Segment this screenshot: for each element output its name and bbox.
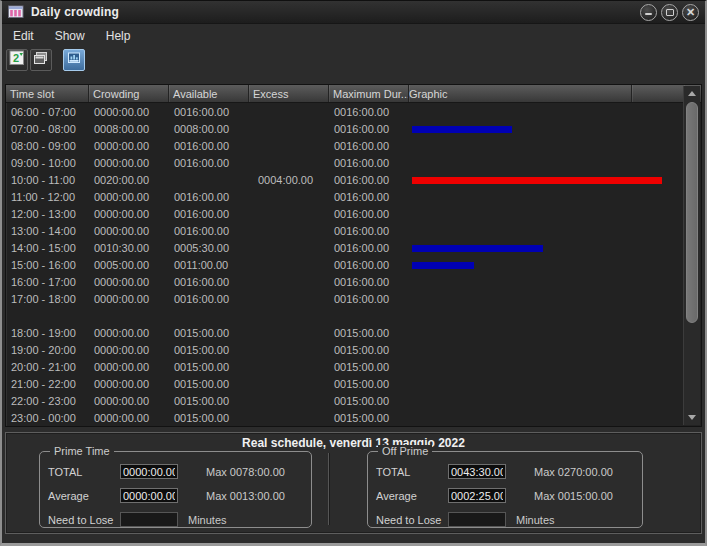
cell-available: 0015:00.00 — [170, 410, 250, 425]
table-row[interactable]: 16:00 - 17:00 0000:00.00 0016:00.00 0016… — [7, 274, 683, 291]
cell-maximum-duration: 0015:00.00 — [330, 325, 410, 342]
table-row[interactable]: 19:00 - 20:00 0000:00.00 0015:00.00 0015… — [7, 342, 683, 359]
column-header-maximum-duration[interactable]: Maximum Dur... — [329, 85, 409, 102]
close-button[interactable]: ✕ — [682, 4, 699, 21]
table-row[interactable]: 18:00 - 19:00 0000:00.00 0015:00.00 0015… — [7, 325, 683, 342]
window-title: Daily crowding — [31, 5, 119, 19]
cell-crowding: 0020:00.00 — [90, 172, 170, 189]
cell-crowding: 0000:00.00 — [90, 138, 170, 155]
cell-available: 0016:00.00 — [170, 104, 250, 121]
cell-available: 0016:00.00 — [170, 155, 250, 172]
cell-time-slot: 20:00 - 21:00 — [7, 359, 90, 376]
table-row[interactable]: 23:00 - 00:00 0000:00.00 0015:00.00 0015… — [7, 410, 683, 425]
column-header-available[interactable]: Available — [169, 85, 249, 102]
cell-excess — [250, 359, 330, 376]
table-row[interactable]: 20:00 - 21:00 0000:00.00 0015:00.00 0015… — [7, 359, 683, 376]
off-prime-label: Off Prime — [378, 445, 432, 458]
cell-available: 0016:00.00 — [170, 223, 250, 240]
table-row[interactable]: 14:00 - 15:00 0010:30.00 0005:30.00 0016… — [7, 240, 683, 257]
cell-maximum-duration: 0016:00.00 — [330, 121, 410, 138]
cell-crowding: 0000:00.00 — [90, 291, 170, 308]
off-need-to-lose-input[interactable] — [448, 512, 506, 527]
scrollbar-thumb[interactable] — [686, 102, 698, 323]
table-row[interactable]: 13:00 - 14:00 0000:00.00 0016:00.00 0016… — [7, 223, 683, 240]
cell-graphic — [410, 155, 683, 172]
cell-available: 0015:00.00 — [170, 342, 250, 359]
cell-time-slot: 21:00 - 22:00 — [7, 376, 90, 393]
table-row[interactable]: 11:00 - 12:00 0000:00.00 0016:00.00 0016… — [7, 189, 683, 206]
cell-time-slot: 10:00 - 11:00 — [7, 172, 90, 189]
arrow-up-icon — [688, 91, 696, 96]
cell-maximum-duration: 0016:00.00 — [330, 274, 410, 291]
menu-show[interactable]: Show — [49, 27, 91, 45]
maximize-button[interactable] — [661, 4, 678, 21]
toolbar-button-cascade-windows[interactable] — [30, 49, 52, 71]
cell-maximum-duration: 0016:00.00 — [330, 138, 410, 155]
off-minutes-label: Minutes — [516, 514, 555, 526]
column-header-crowding[interactable]: Crowding — [89, 85, 169, 102]
prime-need-to-lose-input[interactable] — [120, 512, 178, 527]
cell-maximum-duration: 0016:00.00 — [330, 206, 410, 223]
cell-excess — [250, 342, 330, 359]
cell-time-slot: 15:00 - 16:00 — [7, 257, 90, 274]
table-row[interactable]: 15:00 - 16:00 0005:00.00 0011:00.00 0016… — [7, 257, 683, 274]
cell-maximum-duration: 0015:00.00 — [330, 410, 410, 425]
cell-excess — [250, 104, 330, 121]
cell-graphic — [410, 342, 683, 359]
cell-crowding: 0000:00.00 — [90, 104, 170, 121]
column-header-excess[interactable]: Excess — [249, 85, 329, 102]
table-row[interactable]: 06:00 - 07:00 0000:00.00 0016:00.00 0016… — [7, 104, 683, 121]
table-header: Time slot Crowding Available Excess Maxi… — [6, 85, 701, 103]
menu-help[interactable]: Help — [100, 27, 137, 45]
table-row[interactable]: 10:00 - 11:00 0020:00.00 0004:00.00 0016… — [7, 172, 683, 189]
cell-graphic — [410, 274, 683, 291]
cell-time-slot: 19:00 - 20:00 — [7, 342, 90, 359]
cell-time-slot: 13:00 - 14:00 — [7, 223, 90, 240]
table-row[interactable]: 17:00 - 18:00 0000:00.00 0016:00.00 0016… — [7, 291, 683, 308]
cell-time-slot: 18:00 - 19:00 — [7, 325, 90, 342]
cell-graphic — [410, 410, 683, 425]
off-prime-group: Off Prime TOTAL Max 0270:00.00 Average M… — [367, 451, 643, 528]
scroll-up-button[interactable] — [684, 86, 700, 101]
table-row[interactable]: 22:00 - 23:00 0000:00.00 0015:00.00 0015… — [7, 393, 683, 410]
cell-available: 0016:00.00 — [170, 189, 250, 206]
table-row[interactable]: 09:00 - 10:00 0000:00.00 0016:00.00 0016… — [7, 155, 683, 172]
cell-graphic — [410, 359, 683, 376]
toolbar-button-refresh[interactable]: 2 — [6, 49, 28, 71]
cell-time-slot: 06:00 - 07:00 — [7, 104, 90, 121]
cell-graphic — [410, 257, 683, 274]
app-calendar-icon[interactable] — [8, 5, 24, 19]
cell-crowding: 0000:00.00 — [90, 393, 170, 410]
cell-maximum-duration: 0016:00.00 — [330, 223, 410, 240]
off-average-input[interactable] — [448, 488, 506, 503]
scroll-down-button[interactable] — [684, 410, 700, 425]
table-row[interactable]: 08:00 - 09:00 0000:00.00 0016:00.00 0016… — [7, 138, 683, 155]
column-header-time-slot[interactable]: Time slot — [6, 85, 89, 102]
crowding-bar — [412, 126, 512, 133]
vertical-scrollbar[interactable] — [683, 86, 700, 425]
cell-excess — [250, 138, 330, 155]
cell-graphic — [410, 138, 683, 155]
table-row[interactable]: 07:00 - 08:00 0008:00.00 0008:00.00 0016… — [7, 121, 683, 138]
minimize-icon — [645, 13, 652, 15]
table-row[interactable]: 12:00 - 13:00 0000:00.00 0016:00.00 0016… — [7, 206, 683, 223]
cell-maximum-duration: 0015:00.00 — [330, 376, 410, 393]
table-row[interactable]: 21:00 - 22:00 0000:00.00 0015:00.00 0015… — [7, 376, 683, 393]
menu-bar: Edit Show Help — [2, 26, 705, 45]
off-average-max: Max 0015:00.00 — [534, 490, 613, 502]
cell-available: 0016:00.00 — [170, 291, 250, 308]
off-total-input[interactable] — [448, 464, 506, 479]
prime-total-input[interactable] — [120, 464, 178, 479]
column-header-graphic[interactable]: Graphic — [409, 85, 632, 102]
menu-edit[interactable]: Edit — [7, 27, 40, 45]
prime-average-input[interactable] — [120, 488, 178, 503]
cell-crowding: 0000:00.00 — [90, 274, 170, 291]
cell-excess — [250, 223, 330, 240]
toolbar-button-chart[interactable] — [63, 49, 85, 71]
crowding-bar — [412, 177, 662, 184]
cell-available: 0005:30.00 — [170, 240, 250, 257]
cell-available: 0016:00.00 — [170, 206, 250, 223]
minimize-button[interactable] — [640, 4, 657, 21]
cell-graphic — [410, 121, 683, 138]
titlebar[interactable]: Daily crowding ✕ — [2, 1, 705, 24]
